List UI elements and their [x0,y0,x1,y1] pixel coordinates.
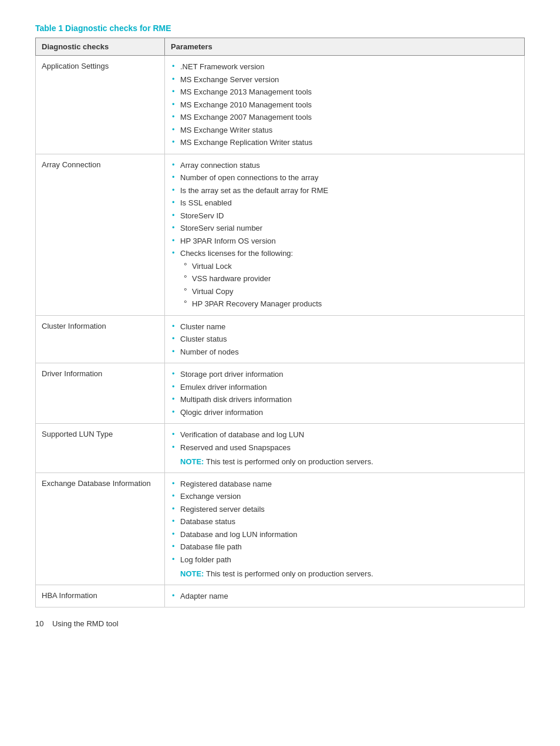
sub-list-item: VSS hardware provider [183,272,518,285]
check-params: Registered database nameExchange version… [165,472,525,585]
list-item: Reserved and used Snapspaces [171,441,518,454]
table-row: HBA InformationAdapter name [36,585,525,607]
sub-list-item: Virtual Copy [183,285,518,298]
check-params: Verification of database and log LUNRese… [165,424,525,473]
list-item: MS Exchange 2007 Management tools [171,111,518,124]
sub-list-item: Virtual Lock [183,260,518,273]
check-name: Driver Information [36,363,165,424]
check-params: Cluster nameCluster statusNumber of node… [165,315,525,363]
list-item: Emulex driver information [171,381,518,394]
note-label: NOTE: [180,457,206,466]
list-item: HP 3PAR Inform OS version [171,235,518,248]
list-item: Registered server details [171,503,518,516]
list-item: StoreServ ID [171,210,518,222]
list-item: Database file path [171,541,518,553]
list-item: Array connection status [171,159,518,172]
check-name: Array Connection [36,154,165,315]
list-item: Storage port driver information [171,368,518,381]
list-item: Database and log LUN information [171,528,518,541]
list-item: Is SSL enabled [171,197,518,210]
list-item: Registered database name [171,478,518,491]
list-item: Cluster name [171,320,518,333]
footer-text: Using the RMD tool [52,619,119,628]
table-row: Array ConnectionArray connection statusN… [36,154,525,315]
footer: 10 Using the RMD tool [35,619,525,628]
list-item: Number of nodes [171,346,518,359]
list-item: Checks licenses for the following: [171,247,518,260]
list-item: Exchange version [171,490,518,503]
page-number: 10 [35,619,43,628]
check-params: Array connection statusNumber of open co… [165,154,525,315]
sub-list-item: HP 3PAR Recovery Manager products [183,298,518,310]
check-name: HBA Information [36,585,165,607]
list-item: MS Exchange 2010 Management tools [171,99,518,112]
check-params: .NET Framework versionMS Exchange Server… [165,56,525,154]
check-name: Cluster Information [36,315,165,363]
list-item: Is the array set as the default array fo… [171,184,518,197]
list-item: Log folder path [171,553,518,566]
list-item: Database status [171,515,518,528]
check-name: Supported LUN Type [36,424,165,473]
check-params: Storage port driver informationEmulex dr… [165,363,525,424]
table-row: Supported LUN TypeVerification of databa… [36,424,525,473]
table-row: Application Settings.NET Framework versi… [36,56,525,154]
list-item: Multipath disk drivers information [171,393,518,406]
table-row: Cluster InformationCluster nameCluster s… [36,315,525,363]
list-item: Number of open connections to the array [171,171,518,184]
check-name: Exchange Database Information [36,472,165,585]
col-header-params: Parameters [165,38,525,56]
list-item: MS Exchange Replication Writer status [171,136,518,149]
note-text: This test is performed only on productio… [206,457,373,466]
note-text: This test is performed only on productio… [206,569,373,578]
list-item: Cluster status [171,333,518,346]
diagnostic-checks-table: Diagnostic checks Parameters Application… [35,38,525,607]
list-item: Adapter name [171,590,518,603]
list-item: .NET Framework version [171,60,518,73]
list-item: MS Exchange Server version [171,73,518,86]
table-row: Exchange Database InformationRegistered … [36,472,525,585]
col-header-checks: Diagnostic checks [36,38,165,56]
list-item: StoreServ serial number [171,222,518,235]
check-name: Application Settings [36,56,165,154]
table-row: Driver InformationStorage port driver in… [36,363,525,424]
list-item: MS Exchange 2013 Management tools [171,86,518,99]
list-item: MS Exchange Writer status [171,124,518,137]
list-item: Verification of database and log LUN [171,428,518,441]
table-title: Table 1 Diagnostic checks for RME [35,23,525,33]
check-params: Adapter name [165,585,525,607]
note-label: NOTE: [180,569,206,578]
list-item: Qlogic driver information [171,406,518,419]
